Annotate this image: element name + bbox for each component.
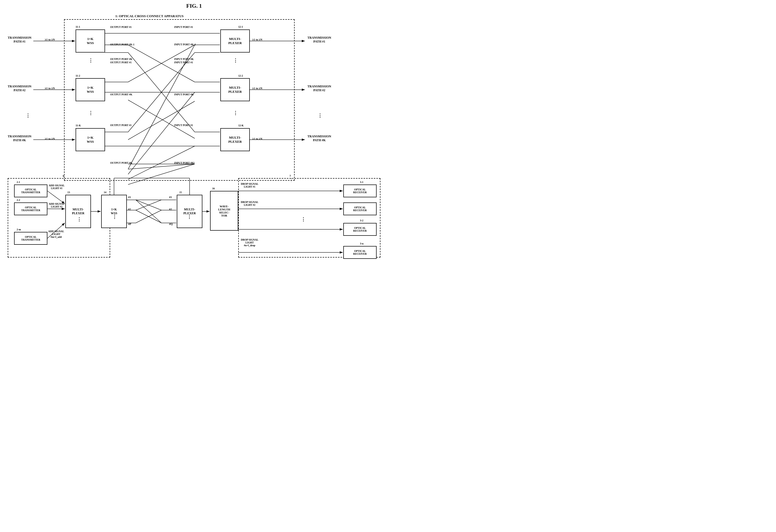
drop-port-1: #1 [169,195,172,199]
drop-port-2: #2 [169,208,172,211]
add-mux-ref: 13 [67,191,70,194]
wss2-ref: 11-2 [75,74,80,77]
output-port-1c-label: OUTPUT PORT #1 [110,124,132,127]
lambda-k-right: λ1 to λN [252,137,262,140]
mux-dots-1: ⋮ [233,58,238,63]
drop-port-q: #Q [169,222,173,225]
output-port-kc-label: OUTPUT PORT #K [110,161,133,164]
tx-path-kr-label: TRANSMISSIONPATH #K [308,135,331,142]
output-port-1-label: OUTPUT PORT #1 [110,26,132,28]
mux2-ref: 12-2 [238,74,243,77]
add-signal-1: ADD SIGNALLIGHT #1 [49,184,65,190]
add-port-p: #P [128,222,131,225]
drop-mux-ref: 15 [179,191,182,194]
tx-path-1-label: TRANSMISSIONPATH #1 [8,36,31,43]
lambda-k-left: λ1 to λN [45,137,55,140]
wavelength-selector-box: WAVE- LENGTH SELEC- TOR [210,191,238,231]
drop-signal-n: DROP SIGNALLIGHT#n=l_drop [241,238,258,247]
ref-7: 7 [289,174,291,177]
rx-box-3: OPTICAL RECEIVER [343,223,377,236]
wss-box-2: 1×K WSS [75,78,105,101]
drop-signal-1: DROP SIGNALLIGHT #1 [241,182,258,188]
path-dots-r: ⋮ [318,113,322,119]
input-port-1b-label: INPUT PORT #1 [174,61,193,64]
output-port-k1-label: OUTPUT PORT #K-1 [110,43,135,46]
rxn-ref: 3-n [360,242,364,245]
output-port-1b-label: OUTPUT PORT #1 [110,61,132,64]
lambda-1-right: λ1 to λN [252,38,262,41]
fig-title: FIG. 1 [0,3,388,9]
mux-box-k: MULTI- PLEXER [220,128,250,151]
add-wss-dots: ⋮ [112,214,117,220]
add-port-2: #2 [128,208,131,211]
tx-path-1r-label: TRANSMISSIONPATH #1 [308,36,331,43]
ref-6: 6 [63,174,64,177]
tx-path-k-label: TRANSMISSIONPATH #K [8,135,31,142]
input-port-k2-label: INPUT PORT #K [174,93,194,96]
input-port-1-label: INPUT PORT #1 [174,26,193,28]
txm-ref: 2-m [17,228,21,231]
mux-dots-2: ⋮ [233,110,238,116]
mux-box-1: MULTI- PLEXER [220,29,250,52]
svg-line-43 [136,200,161,210]
mux-box-2: MULTI- PLEXER [220,78,250,101]
rx-dots: ⋮ [301,216,306,222]
rx-box-1: OPTICAL RECEIVER [343,184,377,197]
input-port-k-label: INPUT PORT #K [174,58,194,60]
wss-box-k: 1×K WSS [75,128,105,151]
drop-signal-2: DROP SIGNALLIGHT #2 [241,201,258,206]
svg-line-44 [136,200,161,223]
wssK-ref: 11-K [75,124,81,127]
rx1-ref: 3-1 [360,181,363,183]
wavelength-selector-ref: 16 [212,187,215,190]
drop-mux-box: MULTI- PLEXER [177,195,202,228]
tx-path-2r-label: TRANSMISSIONPATH #2 [308,84,331,92]
lambda-2-right: λ1 to λN [252,86,262,90]
lambda-1-left: λ1 to λN [45,38,55,41]
wss-dots-2: ⋮ [88,110,93,116]
output-port-k-label: OUTPUT PORT #K [110,58,133,60]
tx2-ref: 2-2 [17,199,20,201]
occ-label: 1: OPTICAL CROSS CONNECT APPARATUS [115,14,184,18]
tx-dots: ⋮ [77,216,81,222]
tx-box-m: OPTICAL TRANSMITTER [14,232,47,245]
wss-dots-1: ⋮ [88,58,93,63]
diagram-container: FIG. 1 1: OPTICAL CROSS CONNECT APPARATU… [0,0,388,266]
output-port-k2-label: OUTPUT PORT #K [110,93,133,96]
mux1-ref: 12-1 [238,25,243,28]
add-mux-box: MULTI- PLEXER [65,195,91,228]
muxK-ref: 12-K [238,124,244,127]
tx-box-2: OPTICAL TRANSMITTER [14,202,47,215]
rx-box-2: OPTICAL RECEIVER [343,202,377,215]
svg-line-45 [136,200,161,210]
svg-line-46 [136,210,161,223]
path-dots: ⋮ [26,113,30,119]
drop-mux-dots: ⋮ [187,214,192,220]
wss1-ref: 11-1 [75,25,80,28]
add-wss-ref: 14 [104,191,106,194]
tx-box-1: OPTICAL TRANSMITTER [14,184,47,197]
rx-box-n: OPTICAL RECEIVER [343,246,377,259]
add-signal-m: ADD SIGNALLIGHT#m=l_add [48,230,64,238]
input-port-k1-label: INPUT PORT #K-1 [174,43,196,46]
lambda-2-left: λ1 to λN [45,86,55,90]
tx1-ref: 2-1 [17,181,20,183]
add-signal-2: ADD SIGNALLIGHT #2 [49,202,65,208]
add-port-1: #1 [128,195,131,199]
add-wss-box: 1×K WSS [101,195,127,228]
wss-box-1: 1×K WSS [75,29,105,52]
input-port-1c-label: INPUT PORT #1 [174,124,193,127]
rx3-ref: 3-2 [360,219,363,222]
input-port-kc-label: INPUT PORT #Kl [174,161,194,164]
tx-path-2-label: TRANSMISSIONPATH #2 [8,84,31,92]
svg-line-47 [136,210,161,223]
